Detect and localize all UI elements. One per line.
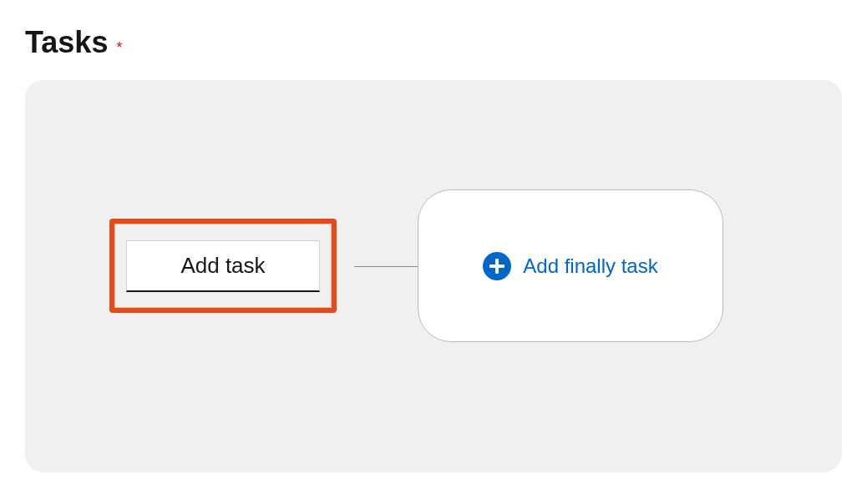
add-task-label: Add task: [180, 253, 265, 279]
add-finally-task-button[interactable]: Add finally task: [418, 189, 723, 342]
add-finally-task-label: Add finally task: [523, 255, 657, 278]
section-title: Tasks: [25, 25, 108, 60]
add-task-highlight: Add task: [109, 219, 337, 313]
add-task-button[interactable]: Add task: [126, 240, 320, 292]
required-asterisk: *: [116, 39, 122, 57]
svg-rect-2: [489, 265, 504, 268]
tasks-canvas: Add task Add finally task: [25, 80, 842, 472]
section-heading-row: Tasks *: [25, 25, 842, 60]
connector-line: [354, 266, 419, 267]
plus-circle-icon: [483, 252, 511, 280]
